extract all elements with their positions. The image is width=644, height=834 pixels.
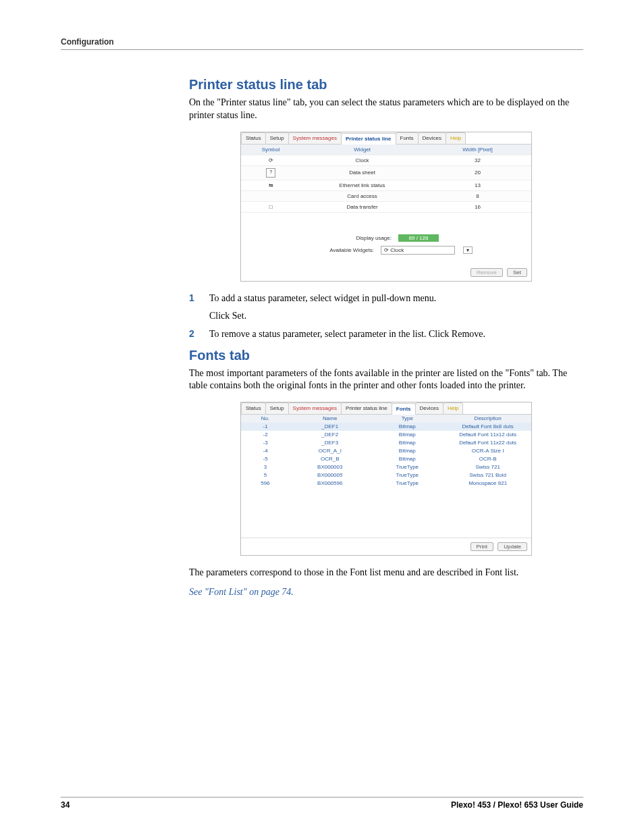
table-row[interactable]: -2 _DEF2 Bitmap Default Font 11x12 dots: [241, 431, 531, 439]
step-text: To add a status parameter, select widget…: [209, 292, 436, 305]
table-row[interactable]: -3 _DEF3 Bitmap Default Font 11x22 dots: [241, 439, 531, 447]
chevron-down-icon[interactable]: ▾: [463, 246, 473, 254]
guide-title: Plexo! 453 / Plexo! 653 User Guide: [451, 800, 583, 810]
tab-status[interactable]: Status: [241, 402, 266, 414]
tab-status[interactable]: Status: [241, 132, 266, 144]
table-row[interactable]: □ Data transfer 16: [241, 202, 531, 213]
tab-devices[interactable]: Devices: [415, 402, 444, 414]
display-usage-label: Display usage:: [317, 235, 392, 241]
card-access-icon: [241, 194, 300, 198]
tab-fonts[interactable]: Fonts: [396, 132, 419, 144]
section2-intro: The most important parameters of the fon…: [189, 367, 583, 393]
cross-ref-link[interactable]: See "Font List" on page 74.: [189, 587, 294, 597]
table-row[interactable]: ⟳ Clock 32: [241, 155, 531, 166]
table-header-row: Symbol Widget Width [Pixel]: [241, 145, 531, 155]
table-header-row: No. Name Type Description: [241, 415, 531, 423]
step-subtext: Click Set.: [209, 311, 583, 321]
table-row[interactable]: -1 _DEF1 Bitmap Default Font 8x8 dots: [241, 423, 531, 431]
table-row[interactable]: Card access 8: [241, 191, 531, 202]
step-number: 2: [189, 328, 197, 339]
tab-help[interactable]: Help: [446, 132, 466, 144]
remove-button[interactable]: Remove: [471, 268, 503, 277]
tab-setup[interactable]: Setup: [265, 132, 289, 144]
tab-system-messages[interactable]: System messages: [288, 132, 342, 144]
table-row[interactable]: -5 OCR_B Bitmap OCR-B: [241, 455, 531, 463]
section-title-fonts: Fonts tab: [189, 348, 583, 363]
tab-bar: Status Setup System messages Printer sta…: [241, 132, 531, 145]
data-transfer-icon: □: [241, 202, 300, 212]
section1-intro: On the "Printer status line" tab, you ca…: [189, 97, 583, 122]
table-row[interactable]: ? Data sheet 20: [241, 166, 531, 180]
table-row[interactable]: 5 BX000005 TrueType Swiss 721 Bold: [241, 471, 531, 479]
update-button[interactable]: Update: [498, 542, 527, 551]
display-usage-value: 89 / 128: [398, 234, 439, 242]
tab-help[interactable]: Help: [443, 402, 463, 414]
datasheet-icon: ?: [266, 168, 275, 178]
tab-system-messages[interactable]: System messages: [288, 402, 342, 414]
page-number: 34: [61, 800, 70, 810]
section-title-printer-status: Printer status line tab: [189, 77, 583, 93]
screenshot-fonts: Status Setup System messages Printer sta…: [240, 402, 532, 556]
ethernet-icon: ⇆: [241, 180, 300, 190]
table-row[interactable]: 596 BX000596 TrueType Monospace 821: [241, 479, 531, 488]
table-row[interactable]: -4 OCR_A_I Bitmap OCR-A Size I: [241, 447, 531, 455]
clock-icon: ⟳: [241, 155, 300, 165]
table-row[interactable]: ⇆ Ethernet link status 13: [241, 180, 531, 191]
set-button[interactable]: Set: [507, 268, 527, 277]
tab-devices[interactable]: Devices: [418, 132, 446, 144]
page-header: Configuration: [61, 37, 583, 50]
step-number: 1: [189, 292, 197, 303]
section2-after: The parameters correspond to those in th…: [189, 567, 583, 579]
available-widgets-label: Available Widgets:: [300, 247, 374, 253]
tab-fonts[interactable]: Fonts: [392, 403, 416, 415]
screenshot-printer-status-line: Status Setup System messages Printer sta…: [240, 132, 532, 282]
tab-setup[interactable]: Setup: [265, 402, 289, 414]
available-widgets-select[interactable]: ⟳ Clock: [381, 246, 455, 255]
step-text: To remove a status parameter, select par…: [209, 328, 485, 341]
table-row[interactable]: 3 BX000003 TrueType Swiss 721: [241, 463, 531, 471]
tab-printer-status-line[interactable]: Printer status line: [341, 402, 392, 414]
tab-printer-status-line[interactable]: Printer status line: [341, 133, 396, 145]
tab-bar: Status Setup System messages Printer sta…: [241, 402, 531, 415]
print-button[interactable]: Print: [471, 542, 493, 551]
